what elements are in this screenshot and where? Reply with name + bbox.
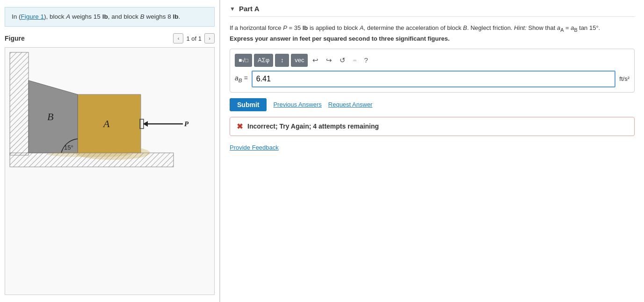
- figure-count: 1 of 1: [186, 35, 202, 42]
- keyboard-button[interactable]: ⎓: [350, 54, 359, 67]
- input-label: aB =: [235, 74, 248, 83]
- part-header: ▼ Part A: [230, 5, 635, 17]
- svg-point-13: [47, 151, 131, 157]
- redo-button[interactable]: ↪: [323, 54, 335, 67]
- input-row: aB = ft/s²: [235, 71, 630, 87]
- feedback-section: Provide Feedback: [230, 144, 635, 151]
- undo-icon: ↩: [312, 56, 318, 65]
- svg-text:A: A: [102, 118, 110, 129]
- math-toolbar-arrows-button[interactable]: ↕: [275, 54, 289, 67]
- sqrt-icon: ■√□: [239, 57, 248, 64]
- math-toolbar-sqrt-button[interactable]: ■√□: [235, 54, 252, 67]
- math-input-container: ■√□ ΑΣφ ↕ vec ↩ ↪ ↺ ⎓ ?: [230, 49, 635, 93]
- request-answer-button[interactable]: Request Answer: [328, 101, 373, 108]
- answer-input[interactable]: [252, 71, 616, 87]
- figure-next-button[interactable]: ›: [204, 33, 215, 43]
- figure-link[interactable]: Figure 1: [21, 13, 44, 20]
- question-text: If a horizontal force P = 35 lb is appli…: [230, 23, 635, 44]
- sigma-icon: ΑΣφ: [258, 57, 269, 64]
- help-icon: ?: [364, 56, 368, 64]
- figure-navigation: ‹ 1 of 1 ›: [173, 33, 215, 43]
- svg-rect-1: [10, 52, 29, 155]
- collapse-arrow[interactable]: ▼: [230, 6, 235, 12]
- keyboard-icon: ⎓: [353, 57, 356, 64]
- problem-description: In (Figure 1), block A weighs 15 lb, and…: [5, 7, 215, 27]
- figure-svg: B A 15° P: [5, 48, 214, 295]
- refresh-icon: ↺: [340, 56, 346, 65]
- figure-header: Figure ‹ 1 of 1 ›: [5, 31, 215, 45]
- figure-prev-button[interactable]: ‹: [173, 33, 183, 43]
- left-panel: In (Figure 1), block A weighs 15 lb, and…: [0, 0, 220, 302]
- svg-text:P: P: [184, 120, 189, 128]
- unit-label: ft/s²: [619, 75, 630, 82]
- right-panel: ▼ Part A If a horizontal force P = 35 lb…: [220, 0, 644, 302]
- toolbar: ■√□ ΑΣφ ↕ vec ↩ ↪ ↺ ⎓ ?: [235, 54, 630, 67]
- error-text: Incorrect; Try Again; 4 attempts remaini…: [247, 122, 379, 130]
- arrows-icon: ↕: [281, 57, 284, 64]
- redo-icon: ↪: [326, 56, 332, 65]
- help-button[interactable]: ?: [361, 54, 370, 67]
- provide-feedback-button[interactable]: Provide Feedback: [230, 144, 279, 151]
- refresh-button[interactable]: ↺: [337, 54, 348, 67]
- problem-text-prefix: In (: [12, 13, 21, 20]
- figure-area: B A 15° P: [5, 47, 215, 295]
- vec-icon: vec: [295, 57, 304, 64]
- previous-answers-button[interactable]: Previous Answers: [273, 101, 321, 108]
- error-icon: ✖: [237, 122, 243, 131]
- part-title: Part A: [239, 5, 260, 13]
- error-box: ✖ Incorrect; Try Again; 4 attempts remai…: [230, 117, 635, 136]
- math-toolbar-vec-button[interactable]: vec: [291, 54, 308, 67]
- figure-title: Figure: [5, 35, 25, 42]
- math-toolbar-sigma-button[interactable]: ΑΣφ: [254, 54, 273, 67]
- submit-row: Submit Previous Answers Request Answer: [230, 98, 635, 111]
- svg-text:15°: 15°: [64, 144, 73, 151]
- undo-button[interactable]: ↩: [310, 54, 321, 67]
- submit-button[interactable]: Submit: [230, 98, 267, 111]
- svg-text:B: B: [47, 111, 53, 122]
